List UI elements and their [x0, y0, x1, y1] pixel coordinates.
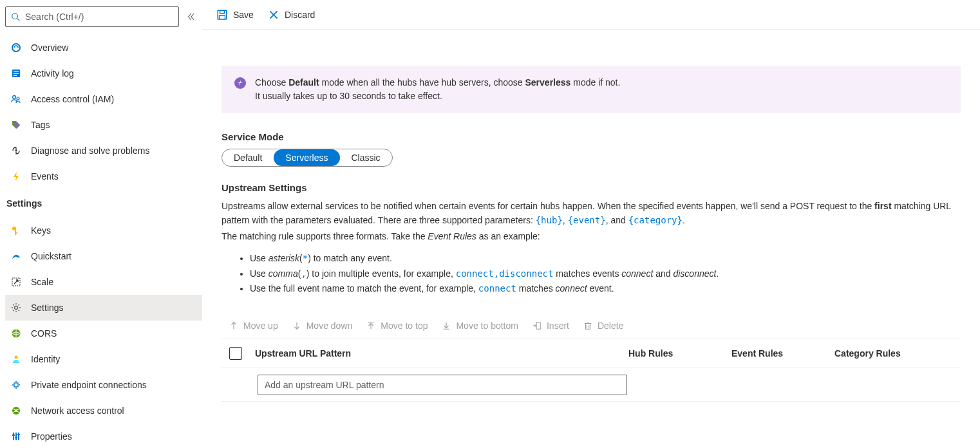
nav-keys[interactable]: Keys — [5, 218, 202, 243]
svg-rect-20 — [13, 433, 14, 440]
svg-rect-21 — [15, 433, 17, 440]
nav-identity[interactable]: Identity — [5, 346, 202, 372]
svg-rect-17 — [14, 383, 18, 387]
nav-tags[interactable]: Tags — [5, 112, 202, 138]
arrow-down-icon — [292, 321, 301, 330]
nav-label: CORS — [31, 328, 57, 339]
svg-rect-25 — [17, 434, 20, 435]
nav-network-access[interactable]: Network access control — [5, 398, 202, 424]
col-category: Category Rules — [834, 348, 938, 359]
svg-rect-22 — [18, 433, 19, 440]
svg-rect-12 — [15, 232, 17, 234]
properties-icon — [10, 431, 22, 442]
nav-label: Overview — [31, 42, 68, 53]
col-hub: Hub Rules — [628, 348, 731, 359]
activity-log-icon — [10, 68, 22, 79]
save-icon — [216, 9, 228, 21]
tags-icon — [10, 119, 22, 131]
svg-point-9 — [15, 150, 17, 152]
nav-cors[interactable]: CORS — [5, 321, 202, 346]
nav-label: Keys — [31, 225, 51, 236]
nav-overview[interactable]: Overview — [5, 35, 202, 61]
svg-rect-29 — [536, 322, 540, 330]
svg-point-2 — [12, 44, 20, 51]
insert-button[interactable]: Insert — [532, 321, 569, 331]
insert-icon — [532, 321, 542, 330]
svg-point-7 — [13, 96, 16, 99]
nav-label: Private endpoint connections — [31, 380, 147, 390]
nav-label: Properties — [31, 431, 72, 442]
mode-serverless[interactable]: Serverless — [274, 149, 339, 166]
keys-icon — [10, 225, 22, 236]
rules-list: Use asterisk(*) to match any event. Use … — [250, 252, 961, 296]
move-bottom-button[interactable]: Move to bottom — [442, 321, 518, 331]
nav-label: Scale — [31, 277, 53, 287]
move-top-button[interactable]: Move to top — [366, 321, 428, 331]
save-label: Save — [233, 10, 254, 20]
svg-rect-30 — [585, 324, 590, 330]
events-icon — [10, 171, 22, 182]
nav-activity-log[interactable]: Activity log — [5, 61, 202, 86]
nav-access-control[interactable]: Access control (IAM) — [5, 86, 202, 112]
info-banner: Choose Default mode when all the hubs ha… — [221, 66, 961, 113]
svg-rect-4 — [14, 71, 19, 72]
main-content: Save Discard Choose Default mode when al… — [202, 0, 980, 448]
svg-rect-6 — [14, 75, 17, 76]
nav-label: Tags — [31, 120, 50, 130]
overview-icon — [10, 42, 22, 53]
rule-item: Use comma(,) to join multiple events, fo… — [250, 267, 961, 281]
network-access-icon — [10, 405, 22, 416]
col-url: Upstream URL Pattern — [255, 348, 628, 359]
svg-point-14 — [15, 306, 18, 310]
nav-label: Quickstart — [31, 251, 71, 261]
save-button[interactable]: Save — [210, 5, 260, 24]
arrow-top-icon — [366, 321, 375, 330]
nav-quickstart[interactable]: Quickstart — [5, 243, 202, 269]
nav-label: Diagnose and solve problems — [31, 145, 149, 156]
svg-point-8 — [17, 97, 19, 100]
command-bar: Save Discard — [202, 0, 980, 30]
svg-rect-23 — [12, 434, 15, 436]
nav-events[interactable]: Events — [5, 163, 202, 189]
nav-label: Settings — [31, 303, 64, 313]
delete-icon — [583, 321, 592, 330]
nav-properties[interactable]: Properties — [5, 424, 202, 448]
svg-rect-24 — [15, 437, 17, 438]
move-down-button[interactable]: Move down — [292, 321, 353, 331]
nav-private-endpoint[interactable]: Private endpoint connections — [5, 372, 202, 398]
service-mode-title: Service Mode — [221, 131, 961, 142]
nav-diagnose[interactable]: Diagnose and solve problems — [5, 138, 202, 163]
mode-classic[interactable]: Classic — [340, 149, 392, 166]
nav-label: Network access control — [31, 406, 124, 416]
search-box[interactable] — [5, 6, 179, 27]
select-all-checkbox[interactable] — [229, 347, 242, 360]
nav-label: Identity — [31, 354, 60, 364]
table-header: Upstream URL Pattern Hub Rules Event Rul… — [221, 339, 961, 368]
quickstart-icon — [10, 250, 22, 262]
nav-label: Events — [31, 171, 59, 182]
arrow-up-icon — [229, 321, 238, 330]
access-control-icon — [10, 93, 22, 105]
row-toolbar: Move up Move down Move to top Move to bo… — [221, 317, 961, 339]
nav-scale[interactable]: Scale — [5, 269, 202, 295]
move-up-button[interactable]: Move up — [229, 321, 278, 331]
rule-item: Use the full event name to match the eve… — [250, 282, 961, 296]
svg-rect-5 — [14, 73, 19, 74]
upstream-url-input[interactable] — [258, 375, 627, 395]
scale-icon — [10, 276, 22, 288]
svg-point-16 — [15, 356, 18, 359]
nav-settings[interactable]: Settings — [5, 295, 202, 321]
search-icon — [11, 12, 20, 21]
delete-button[interactable]: Delete — [583, 321, 623, 331]
nav-label: Activity log — [31, 68, 74, 79]
collapse-sidebar-button[interactable] — [184, 10, 198, 24]
cors-icon — [10, 328, 22, 339]
search-input[interactable] — [25, 12, 173, 22]
upstream-description: Upstreams allow external services to be … — [221, 200, 961, 227]
discard-button[interactable]: Discard — [261, 5, 321, 24]
nav-label: Access control (IAM) — [31, 94, 114, 104]
mode-default[interactable]: Default — [222, 149, 274, 166]
service-mode-selector: Default Serverless Classic — [221, 149, 393, 167]
upstream-title: Upstream Settings — [221, 182, 961, 193]
private-endpoint-icon — [10, 379, 22, 391]
